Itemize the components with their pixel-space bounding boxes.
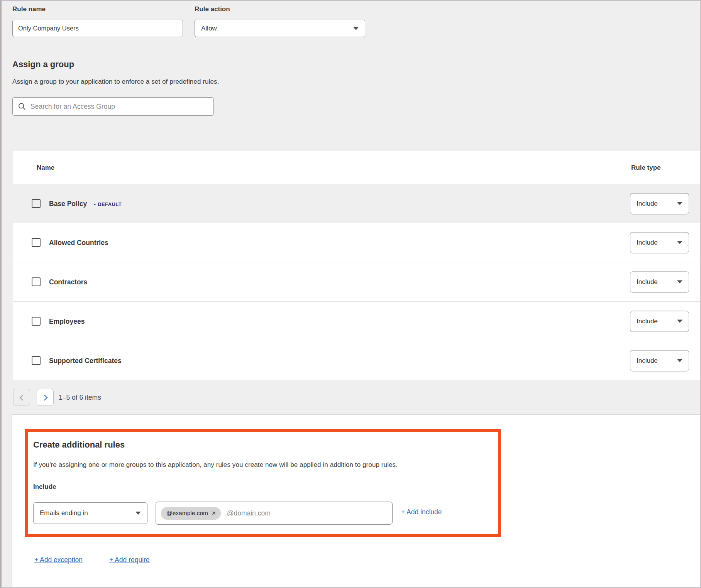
email-domains-input[interactable]: @example.com ✕ — [156, 502, 393, 525]
rule-action-value: Allow — [201, 25, 217, 32]
rule-type-select[interactable]: Include — [630, 232, 689, 253]
row-checkbox[interactable] — [32, 356, 41, 365]
default-badge: DEFAULT — [94, 201, 122, 207]
rule-type-value: Include — [637, 278, 658, 286]
chevron-down-icon — [677, 202, 682, 205]
rule-type-select[interactable]: Include — [630, 311, 689, 332]
rule-name-input[interactable] — [12, 20, 183, 37]
remove-tag-icon[interactable]: ✕ — [212, 510, 216, 516]
row-checkbox[interactable] — [32, 238, 41, 247]
group-name: Employees — [49, 317, 85, 325]
table-row: Base PolicyDEFAULT Include — [13, 184, 700, 223]
rule-name-label: Rule name — [12, 5, 46, 13]
add-require-link[interactable]: + Add require — [109, 556, 150, 564]
add-include-link[interactable]: + Add include — [401, 508, 442, 516]
chevron-right-icon — [41, 394, 47, 400]
column-header-rule-type: Rule type — [631, 151, 661, 184]
column-header-name: Name — [37, 151, 54, 184]
assign-group-heading: Assign a group — [12, 59, 74, 69]
include-condition-select[interactable]: Emails ending in — [33, 502, 147, 524]
rule-type-select[interactable]: Include — [630, 271, 689, 292]
table-row: Contractors Include — [13, 262, 700, 301]
chevron-down-icon — [135, 512, 141, 515]
rule-type-value: Include — [637, 239, 658, 247]
table-row: Employees Include — [13, 301, 700, 341]
search-icon — [18, 103, 26, 110]
access-groups-table: Name Rule type Base PolicyDEFAULT Includ… — [13, 151, 700, 380]
assign-group-description: Assign a group to your application to en… — [12, 78, 219, 86]
previous-page-button[interactable] — [13, 389, 30, 406]
table-row: Allowed Countries Include — [13, 223, 700, 262]
access-rule-page: Rule name Rule action Allow Assign a gro… — [0, 0, 701, 588]
additional-rules-description: If you're assigning one or more groups t… — [33, 461, 493, 469]
search-input[interactable] — [30, 98, 208, 115]
additional-rules-card: Create additional rules If you're assign… — [12, 414, 700, 588]
rule-type-value: Include — [637, 318, 658, 325]
email-domain-tag: @example.com ✕ — [161, 507, 221, 520]
rule-type-value: Include — [637, 357, 658, 365]
group-name: Base Policy — [49, 199, 87, 207]
group-name: Contractors — [49, 278, 87, 286]
rule-type-value: Include — [637, 200, 658, 208]
row-checkbox[interactable] — [32, 277, 41, 286]
access-group-search[interactable] — [12, 97, 214, 116]
row-checkbox[interactable] — [32, 199, 41, 208]
highlight-annotation-box: Create additional rules If you're assign… — [25, 429, 501, 537]
row-checkbox[interactable] — [32, 317, 41, 326]
add-exception-link[interactable]: + Add exception — [34, 556, 83, 564]
chevron-down-icon — [677, 359, 682, 362]
group-name: Allowed Countries — [49, 238, 108, 247]
include-condition-value: Emails ending in — [40, 509, 88, 517]
include-label: Include — [33, 483, 56, 491]
chevron-down-icon — [677, 280, 682, 284]
table-row: Supported Certificates Include — [13, 341, 700, 380]
chevron-down-icon — [677, 241, 682, 244]
rule-type-select[interactable]: Include — [630, 350, 689, 371]
domain-entry-input[interactable] — [227, 502, 387, 524]
rule-action-label: Rule action — [195, 5, 230, 13]
table-header: Name Rule type — [13, 151, 700, 184]
rule-type-select[interactable]: Include — [630, 193, 689, 214]
chevron-down-icon — [353, 27, 359, 30]
pagination-label: 1–5 of 6 items — [59, 389, 101, 406]
additional-rules-heading: Create additional rules — [33, 440, 125, 450]
chevron-left-icon — [19, 394, 25, 400]
rule-action-select[interactable]: Allow — [195, 20, 365, 37]
next-page-button[interactable] — [37, 389, 54, 406]
group-name: Supported Certificates — [49, 357, 122, 365]
chevron-down-icon — [677, 320, 682, 323]
tag-label: @example.com — [166, 510, 208, 517]
